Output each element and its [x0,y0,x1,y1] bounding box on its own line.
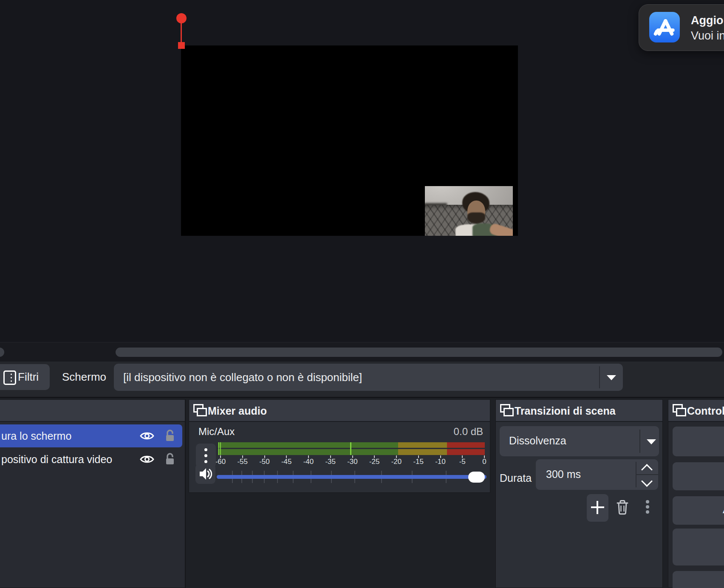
transition-select[interactable]: Dissolvenza [500,426,659,456]
meter-scale-label: 0 [482,458,486,466]
source-label: ura lo schermo [1,430,71,442]
controls-panel-title: Controlli [687,405,724,417]
audio-meter-bottom [218,449,485,455]
remove-transition-button[interactable] [615,499,630,515]
meter-scale-label: -25 [369,458,380,466]
meter-scale-label: -45 [281,458,292,466]
source-type-label: Schermo [62,370,106,384]
chevron-down-icon [647,439,656,444]
chevron-up-icon[interactable] [641,464,653,475]
meter-peak-tick [220,442,221,455]
dock-icon [672,404,685,417]
volume-slider-handle[interactable] [468,472,485,483]
preview-area: Aggior Vuoi in [0,0,724,342]
eye-icon[interactable] [140,431,154,443]
horizontal-scrollbar [0,342,724,362]
duration-label: Durata [500,472,532,484]
chevron-down-icon [607,375,616,380]
scrollbar-thumb-left[interactable] [0,348,4,357]
mixer-panel-header[interactable]: Mixer audio [189,400,490,422]
add-transition-button[interactable] [587,494,608,522]
meter-scale-label: -55 [237,458,248,466]
selection-handle-stem [181,23,182,42]
eye-icon[interactable] [140,454,154,466]
meter-scale-label: -10 [435,458,446,466]
person-beard [467,212,485,223]
transition-options-button[interactable] [645,499,650,515]
mute-button[interactable] [195,464,215,484]
filters-button-label: Filtri [18,370,39,384]
device-select-value: [il dispositivo non è collegato o non è … [123,371,362,384]
obs-window: { "notification": { "app_icon": "app-sto… [0,0,724,588]
volume-slider-track[interactable] [217,475,486,479]
meter-scale-label: -60 [215,458,226,466]
meter-scale-label: -30 [347,458,358,466]
filters-button[interactable]: Filtri [0,364,50,390]
control-button-5[interactable] [673,571,724,588]
transitions-panel-header[interactable]: Transizioni di scena [496,400,662,422]
source-row-video-capture[interactable]: positivo di cattura video [0,448,182,471]
app-store-icon [649,12,680,42]
transition-select-value: Dissolvenza [509,435,566,447]
notification-title: Aggior [691,14,724,27]
control-button-3[interactable]: A [673,496,724,525]
webcam-source[interactable] [425,186,513,236]
meter-peak-tick [350,442,351,455]
notification-body: Vuoi in [691,29,724,42]
selection-rotate-handle[interactable] [176,13,187,23]
mixer-panel-title: Mixer audio [208,405,267,417]
scene-transitions-panel: Transizioni di scena Dissolvenza Durata … [495,399,663,588]
meter-scale-label: -50 [259,458,270,466]
source-row-screen-capture[interactable]: ura lo schermo [0,424,182,447]
source-toolbar: Filtri Schermo [il dispositivo non è col… [0,362,724,398]
source-label: positivo di cattura video [1,453,112,466]
duration-spinbox[interactable]: 300 ms [536,459,658,490]
macos-notification[interactable]: Aggior Vuoi in [639,4,724,51]
transitions-panel-title: Transizioni di scena [515,405,616,417]
audio-meter-top [218,442,485,448]
audio-mixer-panel: Mixer audio Mic/Aux 0.0 dB -60-55-50-45-… [189,399,490,493]
unlock-icon[interactable] [165,430,175,444]
selection-corner-handle[interactable] [178,42,185,49]
meter-scale-label: -20 [391,458,402,466]
controls-panel-header[interactable]: Controlli [668,400,724,422]
duration-value: 300 ms [546,468,581,481]
combo-separator [639,430,640,453]
control-button-2[interactable] [673,462,724,490]
program-canvas[interactable] [181,45,518,236]
mixer-level-db: 0.0 dB [454,426,483,438]
scrollbar-thumb[interactable] [116,348,722,357]
meter-scale-label: -5 [459,458,466,466]
dock-icon [192,404,206,417]
chevron-down-icon[interactable] [641,475,653,487]
unlock-icon[interactable] [165,453,175,467]
filter-icon [3,370,16,385]
sources-panel: ura lo schermo positivo di cattura video [0,399,186,588]
meter-scale-label: -35 [325,458,336,466]
meter-scale-label: -15 [413,458,424,466]
sources-panel-header[interactable] [0,400,185,422]
controls-panel: Controlli A [668,399,724,588]
mixer-channel-name: Mic/Aux [198,426,235,438]
meter-scale-label: -40 [303,458,314,466]
control-button-4[interactable] [673,529,724,565]
dock-icon [499,404,513,417]
meter-peak-tick [218,442,219,455]
control-button-1[interactable] [673,427,724,456]
combo-separator [599,366,600,388]
device-select[interactable]: [il dispositivo non è collegato o non è … [114,364,623,391]
